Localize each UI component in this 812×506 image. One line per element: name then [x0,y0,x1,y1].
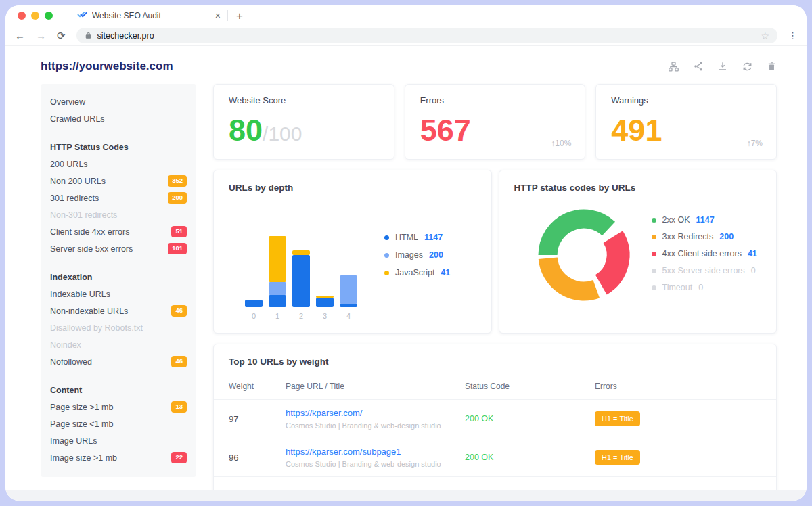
legend-dot [652,235,656,239]
table-row: 96 https://kparser.com/subpage1 Cosmos S… [214,438,776,477]
bar-segment-javascript [269,236,286,282]
bar-depth-0 [245,300,263,307]
sitemap-icon[interactable] [668,61,679,72]
sidebar-item-image-size-gt-1mb[interactable]: Image size >1 mb22 [50,449,187,466]
table-row: 97 https://kparser.com/ Cosmos Studio | … [214,400,776,438]
page-url-link[interactable]: https://kparser.com/subpage1 [286,446,465,457]
sidebar-nav: Overview Crawled URLs HTTP Status Codes … [41,84,196,477]
sidebar-item-disallowed-robots[interactable]: Disallowed by Robots.txt [50,319,187,336]
page-url-cell: https://kparser.com/subpage1 Cosmos Stud… [286,446,465,468]
dashboard-layout: Overview Crawled URLs HTTP Status Codes … [41,84,777,495]
sidebar-item-overview[interactable]: Overview [50,93,187,110]
sidebar-item-noindex[interactable]: Noindex [50,336,187,353]
bookmark-star-icon[interactable]: ☆ [761,30,769,41]
sidebar-item-label: Image URLs [50,436,97,446]
page-title-text: Cosmos Studio | Branding & web-design st… [286,421,465,430]
page-url-link[interactable]: https://kparser.com/ [286,408,465,418]
errors-cell: H1 = Title [595,411,761,426]
bar-segment-javascript [292,250,310,255]
sidebar-item-label: 301 redirects [50,193,99,203]
sidebar-item-image-urls[interactable]: Image URLs [50,432,187,449]
sidebar-item-non-indexable-urls[interactable]: Non-indexable URLs46 [50,302,187,319]
bar-segment-html [245,300,263,307]
sidebar-item-200-urls[interactable]: 200 URLs [50,156,187,172]
browser-tab[interactable]: Website SEO Audit × [70,5,227,26]
lock-icon [85,30,92,42]
legend-dot [384,253,389,258]
sidebar-item-label: Noindex [50,340,81,350]
http-status-codes-card: HTTP status codes by URLs 2xx OK 1147 [499,170,777,334]
column-header-status-code: Status Code [465,382,595,391]
table-title: Top 10 URLs by weight [214,356,776,367]
weight-cell: 96 [229,453,286,463]
legend-item-javascript: JavaScript 41 [384,268,450,277]
address-bar[interactable]: sitechecker.pro ☆ [76,28,777,43]
header-actions [668,61,777,72]
sidebar-item-label: Crawled URLs [50,114,105,124]
top-urls-table-card: Top 10 URLs by weight Weight Page URL / … [213,344,777,495]
column-header-errors: Errors [595,382,761,391]
sidebar-item-page-size-lt-1mb[interactable]: Page size <1 mb [50,415,187,432]
browser-menu-icon[interactable]: ⋮ [788,30,797,41]
audited-site-url: https://yourwebsite.com [41,60,173,73]
bar-x-tick-label: 4 [340,312,357,320]
bar-x-tick-label: 0 [245,312,263,320]
sidebar-item-label: Image size >1 mb [50,453,117,463]
sidebar-item-label: Overview [50,97,85,107]
share-icon[interactable] [693,61,704,72]
tab-close-icon[interactable]: × [215,11,221,20]
weight-cell: 97 [229,414,286,424]
bar-segment-html [340,304,357,307]
chart-title: URLs by depth [229,183,476,193]
bar-segment-images [269,282,286,295]
page-bottom-strip [5,490,807,501]
sidebar-item-crawled-urls[interactable]: Crawled URLs [50,110,187,127]
count-badge: 46 [171,305,187,316]
stat-label: Warnings [611,95,761,106]
column-header-weight: Weight [229,382,286,391]
forward-icon[interactable]: → [36,30,46,41]
legend-item-3xx: 3xx Redirects 200 [652,232,757,242]
minimize-window-button[interactable] [31,12,39,20]
tab-favicon-icon [77,9,87,22]
sidebar-section-http-status-codes: HTTP Status Codes [50,139,187,156]
legend-dot [652,269,656,273]
count-badge: 13 [171,401,187,412]
donut-segment-4xx [601,237,618,285]
sidebar-item-label: Page size >1 mb [50,402,113,412]
sidebar-item-label: Non-301 redirects [50,210,117,220]
website-score-max: /100 [263,122,302,145]
count-badge: 46 [171,356,187,367]
legend-dot [384,271,389,275]
sidebar-item-page-size-gt-1mb[interactable]: Page size >1 mb13 [50,398,187,415]
sidebar-item-non-200-urls[interactable]: Non 200 URLs352 [50,172,187,189]
browser-toolbar: ← → ⟳ sitechecker.pro ☆ ⋮ [5,26,807,46]
urls-by-depth-card: URLs by depth 01234 HTML 1147 [213,170,492,334]
zoom-window-button[interactable] [45,12,53,20]
bar-segment-html [316,298,334,307]
sidebar-item-non-301-redirects[interactable]: Non-301 redirects [50,206,187,223]
column-header-page-url: Page URL / Title [286,382,465,391]
status-code-cell: 200 OK [465,414,595,423]
main-content: Website Score 80 /100 Errors 567 ↑10% [213,84,777,495]
legend-item-timeout: Timeout 0 [652,283,757,292]
sidebar-item-indexable-urls[interactable]: Indexable URLs [50,285,187,302]
refresh-icon[interactable] [742,61,753,72]
sidebar-item-nofollowed[interactable]: Nofollowed46 [50,353,187,370]
dashboard-page: https://yourwebsite.com [5,46,807,501]
close-window-button[interactable] [18,12,26,20]
sidebar-item-301-redirects[interactable]: 301 redirects200 [50,189,187,206]
sidebar-item-server-5xx-errors[interactable]: Server side 5xx errors101 [50,240,187,257]
donut-segment-2xx [547,219,608,255]
sidebar-item-label: Non-indexable URLs [50,306,128,316]
reload-icon[interactable]: ⟳ [57,30,66,41]
sidebar-item-client-4xx-errors[interactable]: Client side 4xx errors51 [50,223,187,240]
download-icon[interactable] [717,61,728,72]
bar-depth-3 [316,296,334,307]
donut-segment-3xx [547,258,596,292]
sidebar-item-label: 200 URLs [50,160,88,169]
trash-icon[interactable] [767,61,777,72]
sidebar-item-label: Nofollowed [50,357,92,367]
new-tab-button[interactable]: + [236,10,243,22]
back-icon[interactable]: ← [15,30,25,41]
